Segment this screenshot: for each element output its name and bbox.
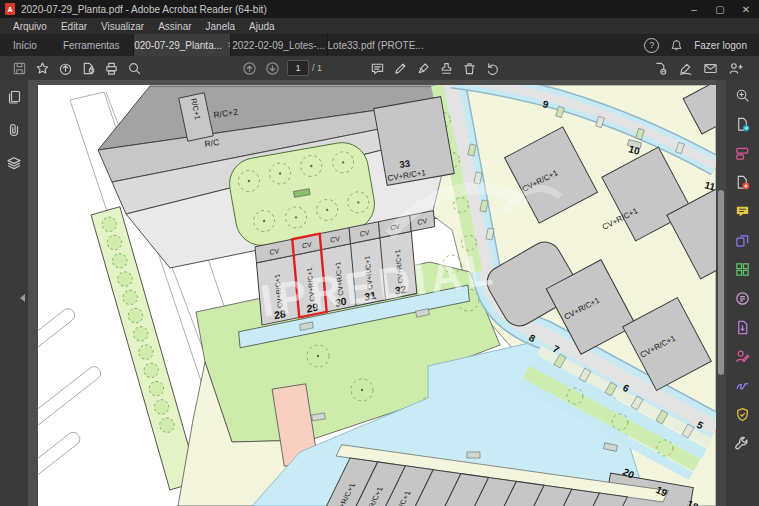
pencil-edit-button[interactable] xyxy=(389,58,412,78)
left-panel-collapse-arrow[interactable] xyxy=(20,294,25,302)
menu-visualizar[interactable]: Visualizar xyxy=(94,21,151,32)
lot33-number: 33 xyxy=(399,157,411,170)
search-button[interactable] xyxy=(123,58,146,78)
doc-tab-lote33-label: Lote33.pdf (PROTE... xyxy=(328,40,424,51)
favorite-star-button[interactable] xyxy=(31,58,54,78)
compress-pdf-icon[interactable] xyxy=(733,318,753,336)
edit-pdf-icon[interactable] xyxy=(733,144,753,162)
menu-ajuda[interactable]: Ajuda xyxy=(242,21,282,32)
tab-tools[interactable]: Ferramentas xyxy=(50,34,133,56)
pdf-page-canvas[interactable]: R/C+1 R/C+2 R/C xyxy=(38,85,716,506)
vertical-scrollbar[interactable] xyxy=(716,80,726,506)
left-panel-rail xyxy=(0,80,28,506)
help-icon[interactable]: ? xyxy=(644,38,659,53)
notifications-bell-icon[interactable] xyxy=(670,39,683,52)
export-pdf-icon[interactable] xyxy=(733,115,753,133)
page-thumbnails-icon[interactable] xyxy=(4,88,24,106)
request-signatures-icon[interactable] xyxy=(733,347,753,365)
create-pdf-icon[interactable] xyxy=(733,173,753,191)
menu-janela[interactable]: Janela xyxy=(199,21,242,32)
pen-sign-button[interactable] xyxy=(674,58,697,78)
doc-tab-planta[interactable]: 2020-07-29_Planta... ✕ xyxy=(133,34,230,56)
document-area: R/C+1 R/C+2 R/C xyxy=(0,80,759,506)
undo-button[interactable] xyxy=(481,58,504,78)
fill-sign-tool-icon[interactable] xyxy=(733,376,753,394)
close-button[interactable]: ✕ xyxy=(733,0,759,18)
tools-panel-rail xyxy=(726,80,759,506)
menu-assinar[interactable]: Assinar xyxy=(151,21,198,32)
delete-trash-button[interactable] xyxy=(458,58,481,78)
menu-editar[interactable]: Editar xyxy=(54,21,94,32)
comment-button[interactable] xyxy=(366,58,389,78)
scrollbar-thumb[interactable] xyxy=(718,190,724,375)
share-people-button[interactable] xyxy=(724,58,747,78)
title-bar: A 2020-07-29_Planta.pdf - Adobe Acrobat … xyxy=(0,0,759,18)
combine-files-icon[interactable] xyxy=(733,231,753,249)
acrobat-app-icon: A xyxy=(5,3,15,15)
doc-tab-lote33[interactable]: Lote33.pdf (PROTE... xyxy=(327,34,424,56)
search-zoom-icon[interactable] xyxy=(733,86,753,104)
save-button[interactable] xyxy=(8,58,31,78)
email-button[interactable] xyxy=(699,58,722,78)
maximize-button[interactable]: ▢ xyxy=(707,0,733,18)
menu-bar: Arquivo Editar Visualizar Assinar Janela… xyxy=(0,18,759,34)
acrobat-reader-window: { "window": { "title": "2020-07-29_Plant… xyxy=(0,0,759,506)
window-title: 2020-07-29_Planta.pdf - Adobe Acrobat Re… xyxy=(21,4,267,15)
file-lock-button[interactable] xyxy=(77,58,100,78)
doc-tab-lotes-label: 2022-02-09_Lotes-... xyxy=(232,40,325,51)
tab-home[interactable]: Início xyxy=(0,34,50,56)
print-button[interactable] xyxy=(100,58,123,78)
stamp-button[interactable] xyxy=(435,58,458,78)
protect-pdf-icon[interactable] xyxy=(733,405,753,423)
doc-tab-lotes[interactable]: 2022-02-09_Lotes-... xyxy=(230,34,327,56)
layers-icon[interactable] xyxy=(4,154,24,172)
previous-page-button[interactable] xyxy=(238,58,261,78)
tab-bar: Início Ferramentas 2020-07-29_Planta... … xyxy=(0,34,759,56)
menu-arquivo[interactable]: Arquivo xyxy=(6,21,54,32)
page-number-input[interactable]: 1 xyxy=(287,60,309,76)
scan-ocr-icon[interactable] xyxy=(733,289,753,307)
main-toolbar: 1 / 1 xyxy=(0,56,759,80)
export-convert-button[interactable] xyxy=(649,58,672,78)
sign-in-link[interactable]: Fazer logon xyxy=(694,40,747,51)
attachments-paperclip-icon[interactable] xyxy=(4,121,24,139)
more-tools-wrench-icon[interactable] xyxy=(733,434,753,452)
share-upload-button[interactable] xyxy=(54,58,77,78)
next-page-button[interactable] xyxy=(261,58,284,78)
doc-tab-planta-label: 2020-07-29_Planta... xyxy=(133,40,222,51)
site-plan-drawing: R/C+1 R/C+2 R/C xyxy=(38,85,716,506)
page-count-label: / 1 xyxy=(312,63,322,73)
label-rc: R/C xyxy=(204,137,220,149)
minimize-button[interactable]: – xyxy=(681,0,707,18)
fill-sign-button[interactable] xyxy=(412,58,435,78)
organize-pages-icon[interactable] xyxy=(733,260,753,278)
comment-tool-icon[interactable] xyxy=(733,202,753,220)
